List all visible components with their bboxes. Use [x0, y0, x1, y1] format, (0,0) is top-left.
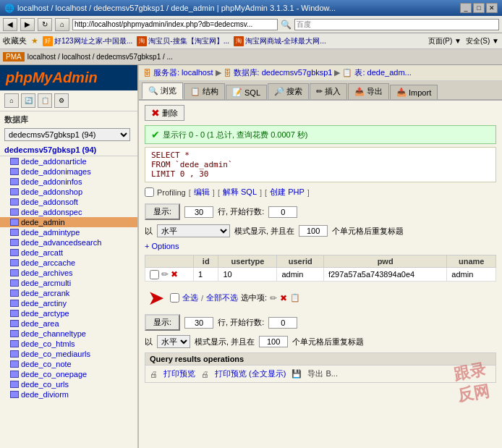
options-link[interactable]: + Options: [145, 242, 496, 250]
table-item-dede-co-note[interactable]: dede_co_note: [0, 359, 137, 369]
table-item-dede-diviorm[interactable]: dede_diviorm: [0, 389, 137, 400]
table-item-dede-addonspec[interactable]: dede_addonspec: [0, 207, 137, 217]
filter-delete-icon[interactable]: ✖: [280, 293, 287, 303]
table-name: dede_addonshop: [21, 187, 82, 196]
edit-row-icon[interactable]: ✏: [161, 269, 169, 279]
search-icon: 🔍: [281, 20, 292, 30]
reload-sidebar-btn[interactable]: 🔄: [21, 93, 35, 108]
repeat-num-input-2[interactable]: [259, 336, 288, 347]
db-header[interactable]: dedecmsv57gbksp1 (94): [0, 144, 137, 156]
display-button-2[interactable]: 显示:: [145, 314, 180, 331]
tab-sql[interactable]: 📝 SQL: [226, 85, 267, 99]
table-item-dede-co-htmls[interactable]: dede_co_htmls: [0, 339, 137, 349]
deselect-all-link[interactable]: 全部不选: [206, 292, 238, 303]
table-item-dede-addonimages[interactable]: dede_addonimages: [0, 166, 137, 177]
table-item-dede-co-mediaurls[interactable]: dede_co_mediaurls: [0, 349, 137, 359]
maximize-button[interactable]: □: [473, 3, 485, 13]
display-button-1[interactable]: 显示:: [145, 203, 180, 220]
col-header-usertype[interactable]: usertype: [218, 255, 277, 268]
home-button[interactable]: ⌂: [55, 18, 69, 31]
table-item-dede-admin[interactable]: dede_admin: [0, 217, 137, 227]
filter-copy-icon[interactable]: 📋: [290, 293, 300, 303]
table-item-dede-arcatt[interactable]: dede_arcatt: [0, 248, 137, 258]
table-icon: [10, 371, 19, 378]
table-icon: [10, 320, 19, 327]
delete-button[interactable]: ✖ 删除: [145, 105, 184, 121]
select-all-checkbox[interactable]: [170, 293, 179, 303]
delete-row-icon[interactable]: ✖: [171, 269, 178, 279]
tab-import[interactable]: 📥 Import: [390, 85, 438, 99]
copy-sidebar-btn[interactable]: 📋: [38, 93, 52, 108]
table-name: dede_archives: [21, 269, 73, 277]
refresh-button[interactable]: ↻: [38, 18, 52, 31]
table-item-dede-addoninfos[interactable]: dede_addoninfos: [0, 177, 137, 187]
mode-select-1[interactable]: 水平 垂直 水平 (重复标题): [157, 224, 230, 237]
address-bar: ◀ ▶ ↻ ⌂ 🔍: [0, 16, 502, 33]
search-input[interactable]: [294, 19, 500, 30]
tab-export[interactable]: 📤 导出: [348, 83, 389, 99]
table-item-dede-area[interactable]: dede_area: [0, 318, 137, 329]
print-full-link[interactable]: 打印预览 (全文显示): [215, 368, 286, 379]
fav-item-3[interactable]: 淘 淘宝网商城-全球最大网...: [234, 36, 326, 46]
table-item-dede-advancedsearch[interactable]: dede_advancedsearch: [0, 237, 137, 248]
col-header-id[interactable]: id: [193, 255, 218, 268]
tab-browse[interactable]: 🔍 浏览: [142, 83, 183, 99]
table-item-dede-arccache[interactable]: dede_arccache: [0, 258, 137, 268]
table-item-dede-admintype[interactable]: dede_admintype: [0, 227, 137, 237]
start-num-input-1[interactable]: [268, 206, 297, 218]
tab-search[interactable]: 🔎 搜索: [268, 83, 309, 99]
table-item-dede-addonsoft[interactable]: dede_addonsoft: [0, 197, 137, 207]
row-checkbox[interactable]: [150, 270, 159, 279]
success-bar: ✔ 显示行 0 - 0 (1 总计, 查询花费 0.0007 秒): [145, 125, 496, 144]
browse-tab-label: 浏览: [161, 85, 176, 96]
address-input[interactable]: [72, 19, 278, 30]
forward-button[interactable]: ▶: [20, 18, 35, 31]
table-item-dede-co-urls[interactable]: dede_co_urls: [0, 379, 137, 389]
home-sidebar-btn[interactable]: ⌂: [4, 93, 19, 108]
close-button[interactable]: ✕: [486, 3, 498, 13]
fav-item-2[interactable]: 淘 淘宝贝-搜集【淘宝网】...: [137, 36, 229, 46]
display-num-input-1[interactable]: [184, 206, 213, 218]
tab-structure[interactable]: 📋 结构: [184, 83, 225, 99]
table-name: dede_addonarticle: [21, 157, 87, 166]
fav-item-1[interactable]: 好 好123网址之家-中国最...: [43, 36, 132, 46]
profiling-checkbox[interactable]: [145, 187, 154, 197]
tab-insert[interactable]: ✏ 插入: [310, 83, 347, 99]
table-item-dede-arctype[interactable]: dede_arctype: [0, 308, 137, 318]
table-item-dede-arcmulti[interactable]: dede_arcmulti: [0, 278, 137, 288]
repeat-num-input-1[interactable]: [299, 225, 328, 237]
title-bar: 🌐 localhost / localhost / dedecmsv57gbks…: [0, 0, 502, 16]
db-header-link[interactable]: dedecmsv57gbksp1 (94): [4, 145, 96, 154]
edit-link[interactable]: 编辑: [194, 187, 210, 198]
explain-link[interactable]: 解释 SQL: [223, 187, 257, 198]
table-item-dede-addonshop[interactable]: dede_addonshop: [0, 187, 137, 197]
bc-server-link[interactable]: 服务器: localhost: [153, 67, 213, 78]
create-php-link[interactable]: 创建 PHP: [270, 187, 305, 198]
col-header-userid[interactable]: userid: [277, 255, 323, 268]
fav-icon-2: 淘: [137, 36, 147, 46]
bc-db-link[interactable]: 数据库: dedecmsv57gbksp1: [234, 67, 333, 78]
print-preview-link[interactable]: 打印预览: [163, 368, 195, 379]
red-arrow-icon: ➤: [148, 286, 164, 310]
minimize-button[interactable]: _: [460, 3, 472, 13]
mode-prefix-2: 以: [145, 337, 153, 347]
table-item-dede-archives[interactable]: dede_archives: [0, 268, 137, 278]
settings-sidebar-btn[interactable]: ⚙: [54, 93, 69, 108]
col-header-uname[interactable]: uname: [447, 255, 496, 268]
select-all-link[interactable]: 全选: [182, 292, 198, 303]
mode-select-2[interactable]: 水平 垂直: [157, 335, 190, 348]
back-button[interactable]: ◀: [3, 18, 17, 31]
table-item-dede-arctiny[interactable]: dede_arctiny: [0, 298, 137, 308]
title-bar-controls[interactable]: _ □ ✕: [460, 3, 498, 13]
table-item-dede-addonarticle[interactable]: dede_addonarticle: [0, 156, 137, 166]
table-row: ✏ ✖ 1 10 admin f297a57a5a743894a0e4 admi…: [145, 268, 496, 282]
table-item-dede-channeltype[interactable]: dede_channeltype: [0, 329, 137, 339]
start-num-input-2[interactable]: [268, 317, 297, 329]
col-header-pwd[interactable]: pwd: [323, 255, 446, 268]
bc-table-link[interactable]: 表: dede_adm...: [354, 67, 411, 78]
table-item-dede-co-onepage[interactable]: dede_co_onepage: [0, 369, 137, 379]
table-item-dede-arcrank[interactable]: dede_arcrank: [0, 288, 137, 298]
display-num-input-2[interactable]: [184, 317, 213, 329]
filter-edit-icon[interactable]: ✏: [270, 293, 277, 303]
db-select[interactable]: dedecmsv57gbksp1 (94): [4, 128, 130, 141]
